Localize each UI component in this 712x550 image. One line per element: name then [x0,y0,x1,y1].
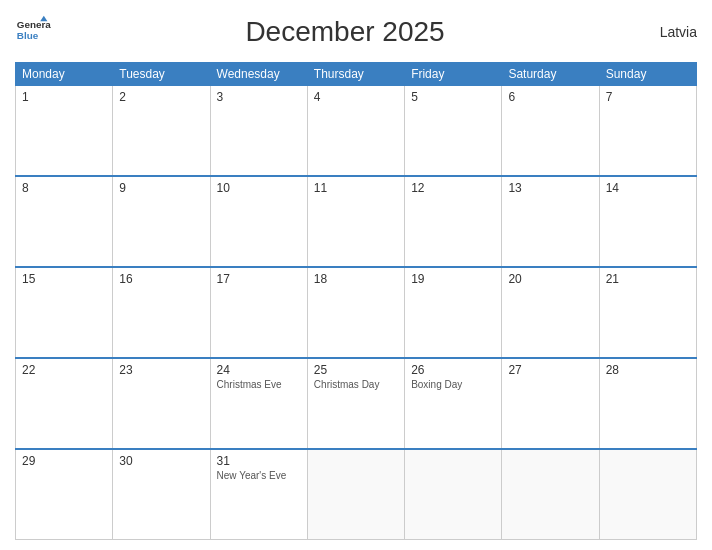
svg-marker-2 [40,16,47,21]
calendar-cell [599,449,696,540]
holiday-label: Christmas Day [314,379,398,390]
calendar-cell [405,449,502,540]
calendar-cell: 8 [16,176,113,267]
holiday-label: Christmas Eve [217,379,301,390]
calendar-cell: 21 [599,267,696,358]
calendar-cell: 23 [113,358,210,449]
calendar-cell: 12 [405,176,502,267]
calendar-cell: 26Boxing Day [405,358,502,449]
calendar-cell [307,449,404,540]
col-wednesday: Wednesday [210,63,307,86]
day-number: 12 [411,181,495,195]
calendar-cell: 18 [307,267,404,358]
calendar-cell: 29 [16,449,113,540]
calendar-cell: 2 [113,86,210,177]
day-number: 25 [314,363,398,377]
holiday-label: Boxing Day [411,379,495,390]
logo-icon: General Blue [15,14,51,50]
country-label: Latvia [637,24,697,40]
calendar-title: December 2025 [53,16,637,48]
calendar-cell: 5 [405,86,502,177]
day-number: 19 [411,272,495,286]
logo: General Blue [15,14,53,50]
day-number: 31 [217,454,301,468]
day-number: 17 [217,272,301,286]
day-number: 29 [22,454,106,468]
holiday-label: New Year's Eve [217,470,301,481]
calendar-cell: 11 [307,176,404,267]
day-number: 27 [508,363,592,377]
calendar-week-row: 1234567 [16,86,697,177]
calendar-cell: 7 [599,86,696,177]
weekday-row: Monday Tuesday Wednesday Thursday Friday… [16,63,697,86]
day-number: 6 [508,90,592,104]
day-number: 8 [22,181,106,195]
day-number: 22 [22,363,106,377]
day-number: 24 [217,363,301,377]
col-thursday: Thursday [307,63,404,86]
calendar-week-row: 15161718192021 [16,267,697,358]
calendar-cell: 19 [405,267,502,358]
day-number: 23 [119,363,203,377]
day-number: 10 [217,181,301,195]
day-number: 26 [411,363,495,377]
page-header: General Blue December 2025 Latvia [15,10,697,54]
calendar-cell: 10 [210,176,307,267]
col-saturday: Saturday [502,63,599,86]
day-number: 21 [606,272,690,286]
day-number: 20 [508,272,592,286]
day-number: 28 [606,363,690,377]
day-number: 18 [314,272,398,286]
calendar-cell: 22 [16,358,113,449]
calendar-body: 123456789101112131415161718192021222324C… [16,86,697,540]
calendar-cell: 30 [113,449,210,540]
calendar-cell: 25Christmas Day [307,358,404,449]
calendar-cell: 15 [16,267,113,358]
day-number: 5 [411,90,495,104]
day-number: 3 [217,90,301,104]
calendar-cell: 3 [210,86,307,177]
day-number: 30 [119,454,203,468]
col-monday: Monday [16,63,113,86]
calendar-week-row: 222324Christmas Eve25Christmas Day26Boxi… [16,358,697,449]
col-sunday: Sunday [599,63,696,86]
calendar-cell: 28 [599,358,696,449]
day-number: 4 [314,90,398,104]
calendar-cell: 4 [307,86,404,177]
calendar-cell: 1 [16,86,113,177]
calendar-cell: 6 [502,86,599,177]
day-number: 9 [119,181,203,195]
calendar-cell: 14 [599,176,696,267]
col-tuesday: Tuesday [113,63,210,86]
day-number: 1 [22,90,106,104]
calendar-cell: 27 [502,358,599,449]
calendar-cell: 20 [502,267,599,358]
calendar-cell: 16 [113,267,210,358]
calendar-week-row: 891011121314 [16,176,697,267]
calendar-cell: 9 [113,176,210,267]
day-number: 2 [119,90,203,104]
day-number: 14 [606,181,690,195]
day-number: 11 [314,181,398,195]
day-number: 7 [606,90,690,104]
day-number: 16 [119,272,203,286]
calendar-cell: 31New Year's Eve [210,449,307,540]
svg-text:Blue: Blue [17,30,39,41]
day-number: 13 [508,181,592,195]
calendar-cell: 17 [210,267,307,358]
calendar-page: General Blue December 2025 Latvia Monday… [0,0,712,550]
calendar-cell: 13 [502,176,599,267]
calendar-cell: 24Christmas Eve [210,358,307,449]
calendar-header: Monday Tuesday Wednesday Thursday Friday… [16,63,697,86]
day-number: 15 [22,272,106,286]
calendar-cell [502,449,599,540]
col-friday: Friday [405,63,502,86]
calendar-table: Monday Tuesday Wednesday Thursday Friday… [15,62,697,540]
calendar-week-row: 293031New Year's Eve [16,449,697,540]
